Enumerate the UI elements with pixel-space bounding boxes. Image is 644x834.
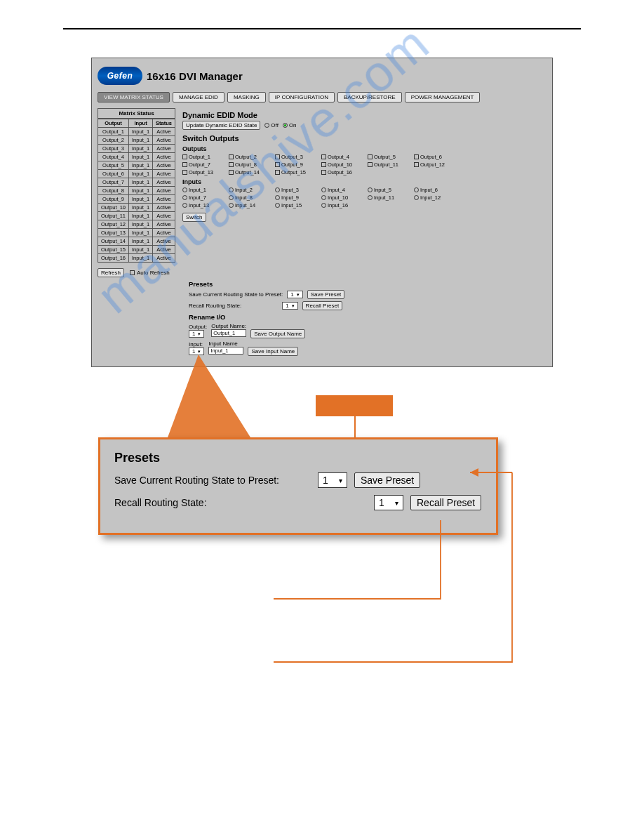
auto-refresh-label: Auto Refresh [137,270,170,276]
table-row: Output_4Input_1Active [98,153,175,161]
switch-button[interactable]: Switch [182,213,206,222]
input-radio[interactable]: Input_1 [182,187,226,193]
rename-io-title: Rename I/O [189,313,546,321]
input-radio[interactable]: Input_14 [229,202,272,208]
output-checkbox[interactable]: Output_2 [229,154,272,160]
save-preset-select-small[interactable]: 1 [287,291,302,298]
save-output-name-button[interactable]: Save Output Name [250,329,305,338]
output-checkbox[interactable]: Output_11 [368,161,411,168]
output-checkbox[interactable]: Output_14 [229,169,272,176]
tab-view-matrix-status[interactable]: VIEW MATRIX STATUS [98,92,170,102]
output-checkbox[interactable]: Output_16 [321,169,365,176]
rename-input-label: Input: [189,341,204,348]
inputs-grid: Input_1Input_2Input_3Input_4Input_5Input… [182,187,546,208]
col-input: Input [129,119,153,128]
auto-refresh-checkbox[interactable] [130,270,135,275]
output-name-label: Output Name: [211,323,246,329]
edid-off-radio[interactable] [264,123,269,128]
input-radio[interactable]: Input_6 [414,187,457,193]
table-row: Output_14Input_1Active [98,237,175,246]
table-row: Output_8Input_1Active [98,187,175,195]
output-checkbox[interactable]: Output_10 [321,161,365,168]
table-row: Output_1Input_1Active [98,128,175,136]
output-checkbox[interactable]: Output_6 [414,154,457,160]
table-row: Output_6Input_1Active [98,170,175,178]
output-checkbox[interactable]: Output_7 [182,161,226,168]
output-checkbox[interactable]: Output_8 [229,161,272,168]
table-row: Output_3Input_1Active [98,145,175,153]
presets-title-small: Presets [189,280,546,288]
switch-outputs-title: Switch Outputs [182,134,546,143]
table-row: Output_12Input_1Active [98,220,175,229]
input-radio[interactable]: Input_11 [368,194,411,201]
col-output: Output [98,119,129,128]
input-radio[interactable]: Input_13 [182,202,226,208]
input-radio[interactable]: Input_2 [229,187,272,193]
dynamic-edid-title: Dynamic EDID Mode [182,111,546,119]
brand-logo: Gefen [98,67,142,85]
refresh-button[interactable]: Refresh [98,268,124,277]
input-radio[interactable]: Input_16 [321,202,365,208]
save-preset-button-small[interactable]: Save Preset [307,290,345,299]
rename-output-label: Output: [189,324,207,330]
input-radio[interactable]: Input_4 [321,187,365,193]
recall-preset-select-small[interactable]: 1 [282,302,297,310]
input-name-label: Input Name [208,340,243,347]
callout-area: Presets Save Current Routing State to Pr… [91,367,553,732]
update-edid-button[interactable]: Update Dynamic EDID State [182,121,260,130]
table-row: Output_13Input_1Active [98,229,175,237]
input-radio[interactable]: Input_12 [414,194,457,201]
output-name-field[interactable]: Output_1 [211,329,246,337]
page-rule [63,28,581,29]
recall-preset-label-small: Recall Routing State: [189,303,241,309]
tab-power-management[interactable]: POWER MANAGEMENT [405,92,481,102]
output-checkbox[interactable]: Output_13 [182,169,226,176]
output-checkbox[interactable]: Output_15 [275,169,318,176]
rename-output-select[interactable]: 1 [189,330,204,338]
output-checkbox[interactable]: Output_1 [182,154,226,160]
matrix-status-table: Output Input Status Output_1Input_1Activ… [98,119,175,263]
table-row: Output_9Input_1Active [98,195,175,204]
output-checkbox[interactable]: Output_9 [275,161,318,168]
table-row: Output_16Input_1Active [98,254,175,263]
col-status: Status [153,119,175,128]
callout-connectors [91,367,553,732]
table-row: Output_5Input_1Active [98,161,175,170]
tab-bar: VIEW MATRIX STATUS MANAGE EDID MASKING I… [98,92,546,102]
table-row: Output_15Input_1Active [98,246,175,254]
save-preset-label-small: Save Current Routing State to Preset: [189,291,283,298]
tab-ip-configuration[interactable]: IP CONFIGURATION [269,92,335,102]
input-radio[interactable]: Input_7 [182,194,226,201]
table-row: Output_10Input_1Active [98,204,175,212]
inputs-heading: Inputs [182,178,546,185]
table-row: Output_7Input_1Active [98,178,175,187]
input-radio[interactable]: Input_15 [275,202,318,208]
tab-masking[interactable]: MASKING [227,92,266,102]
output-checkbox[interactable]: Output_4 [321,154,365,160]
input-name-field[interactable]: Input_1 [208,347,243,355]
app-frame: Gefen 16x16 DVI Manager VIEW MATRIX STAT… [91,58,553,367]
app-title: 16x16 DVI Manager [147,70,243,82]
output-checkbox[interactable]: Output_3 [275,154,318,160]
input-radio[interactable]: Input_8 [229,194,272,201]
tab-backup-restore[interactable]: BACKUP/RESTORE [337,92,402,102]
tab-manage-edid[interactable]: MANAGE EDID [173,92,224,102]
outputs-heading: Outputs [182,145,546,152]
output-checkbox[interactable]: Output_12 [414,161,457,168]
edid-on-label: On [289,122,297,128]
edid-on-radio[interactable] [283,123,288,128]
table-row: Output_2Input_1Active [98,136,175,145]
output-checkbox[interactable]: Output_5 [368,154,411,160]
matrix-status-panel: Matrix Status Output Input Status Output… [98,108,175,263]
recall-preset-button-small[interactable]: Recall Preset [302,301,343,310]
input-radio[interactable]: Input_3 [275,187,318,193]
table-row: Output_11Input_1Active [98,212,175,220]
edid-off-label: Off [271,122,279,128]
input-radio[interactable]: Input_10 [321,194,365,201]
input-radio[interactable]: Input_5 [368,187,411,193]
outputs-grid: Output_1Output_2Output_3Output_4Output_5… [182,154,546,176]
matrix-status-title: Matrix Status [98,108,175,119]
input-radio[interactable]: Input_9 [275,194,318,201]
